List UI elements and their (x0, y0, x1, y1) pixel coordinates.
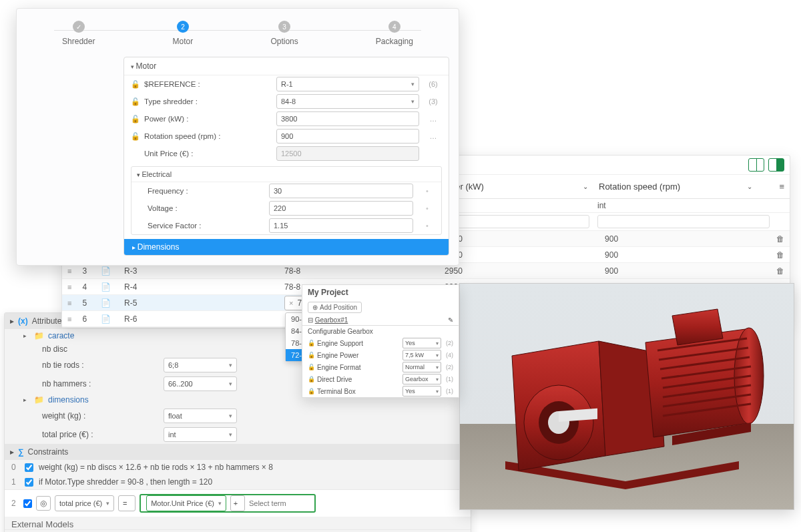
config-label: Engine Power (317, 352, 400, 359)
add-position-button[interactable]: ⊕Add Position (308, 302, 362, 313)
field-input[interactable] (269, 201, 413, 216)
builder-term-input[interactable] (249, 499, 309, 507)
layout-columns-button[interactable] (748, 158, 764, 172)
row-index: 6 (77, 314, 92, 324)
3d-viewport[interactable] (459, 283, 794, 510)
builder-left-term[interactable]: total price (€) (55, 495, 114, 511)
cell-type: 78-8 (279, 266, 439, 276)
constraint-builder: 2 ◎ total price (€) = Motor.Unit Price (… (5, 489, 471, 517)
drag-handle-icon[interactable]: ≡ (62, 299, 77, 307)
config-label: Engine Format (317, 364, 400, 371)
lock-icon[interactable]: 🔒 (308, 376, 314, 382)
chevron-down-icon[interactable]: ⌄ (583, 183, 588, 190)
delete-row-icon[interactable]: 🗑 (771, 234, 790, 244)
field-label: Service Factor : (148, 222, 264, 230)
cell-speed: 900 (599, 266, 771, 276)
drag-handle-icon[interactable]: ≡ (62, 283, 77, 291)
motor-group: Motor 🔓$REFERENCE :R-1(6)🔓Type shredder … (123, 57, 449, 256)
field-label: Frequency : (148, 187, 264, 195)
cell-ref: R-6 (119, 314, 279, 324)
layout-rows-button[interactable] (768, 158, 784, 172)
page-icon[interactable]: 📄 (101, 282, 111, 292)
builder-plus[interactable]: + (230, 495, 245, 511)
config-label: Engine Support (317, 340, 400, 347)
constraint-row: 0weight (kg) = nb discs × 12.6 + nb tie … (5, 460, 471, 475)
electrical-group: Electrical Frequency :•Voltage :•Service… (131, 166, 442, 235)
builder-right-term[interactable]: Motor.Unit Price (€) (146, 495, 226, 511)
constraint-checkbox[interactable] (25, 478, 33, 487)
filter-speed-input[interactable] (597, 215, 770, 228)
page-icon[interactable]: 📄 (101, 266, 111, 276)
drag-handle-icon[interactable]: ≡ (62, 315, 77, 323)
config-count: (1) (444, 376, 453, 382)
minus-icon[interactable]: ⊟ (308, 316, 313, 324)
wizard-step[interactable]: 2Motor (173, 21, 194, 46)
builder-eq[interactable]: = (118, 495, 136, 511)
hamburger-icon[interactable]: ≡ (779, 182, 784, 192)
group-header-motor[interactable]: Motor (124, 57, 449, 75)
lock-icon[interactable]: 🔓 (131, 97, 139, 106)
lock-icon[interactable]: 🔓 (131, 80, 139, 89)
attr-row: weight (kg) :float (5, 407, 471, 425)
column-header-speed: Rotation speed (rpm)⌄ (593, 179, 758, 194)
config-select[interactable]: Yes (403, 386, 441, 396)
field-label: Type shredder : (144, 97, 271, 105)
wizard-panel: Shredder2Motor3Options4Packaging Motor 🔓… (16, 8, 459, 266)
cell-ref: R-5 (119, 298, 279, 308)
lock-icon[interactable]: 🔓 (308, 340, 314, 346)
config-row: 🔓 Engine Support Yes (2) (302, 337, 459, 349)
drag-handle-icon[interactable]: ≡ (62, 267, 77, 275)
field-input[interactable] (276, 129, 419, 144)
field-input[interactable] (269, 184, 413, 198)
wizard-step[interactable]: 3Options (270, 21, 298, 46)
field-label: Unit Price (€) : (144, 150, 271, 158)
field-select[interactable]: 84-8 (276, 94, 419, 109)
config-select[interactable]: Normal (403, 362, 441, 372)
attr-value-select[interactable]: float (164, 409, 237, 423)
field-suffix: … (425, 115, 442, 123)
cell-ref: R-3 (119, 266, 279, 276)
lock-icon[interactable]: 🔓 (308, 352, 314, 358)
field-row: 🔓Power (kW) :… (124, 110, 449, 127)
wizard-step[interactable]: Shredder (62, 21, 95, 46)
page-icon[interactable]: 📄 (101, 314, 111, 324)
lock-icon[interactable]: 🔓 (131, 115, 139, 123)
group-header-electrical[interactable]: Electrical (131, 167, 441, 182)
constraint-2-checkbox[interactable] (23, 499, 32, 508)
row-index: 4 (77, 282, 92, 292)
constraint-checkbox[interactable] (25, 463, 33, 472)
constraints-header[interactable]: ▸∑Constraints (5, 444, 471, 460)
chevron-down-icon[interactable]: ⌄ (747, 183, 752, 190)
attr-value-select[interactable]: 66..200 (164, 376, 237, 391)
cell-speed: 900 (599, 250, 771, 260)
clear-icon[interactable]: × (289, 299, 293, 307)
lock-icon[interactable]: 🔓 (131, 132, 139, 141)
field-input[interactable] (276, 111, 419, 126)
target-icon[interactable]: ◎ (36, 496, 51, 511)
field-suffix: (6) (425, 80, 442, 88)
delete-row-icon[interactable]: 🗑 (771, 266, 790, 276)
group-header-dimensions[interactable]: Dimensions (124, 239, 449, 255)
config-select[interactable]: Gearbox (403, 374, 441, 384)
attr-value-select[interactable]: 6;8 (164, 358, 237, 372)
config-select[interactable]: Yes (403, 338, 441, 348)
config-count: (2) (444, 364, 453, 370)
edit-icon[interactable]: ✎ (448, 316, 453, 324)
filter-power-input[interactable] (437, 215, 589, 228)
lock-icon[interactable]: 🔓 (308, 364, 314, 370)
attr-row: total price (€) :int (5, 425, 471, 444)
field-select[interactable]: R-1 (276, 77, 419, 91)
field-input[interactable] (269, 218, 413, 233)
project-item[interactable]: Gearbox#1 (315, 316, 348, 324)
attr-value-select[interactable]: int (164, 427, 237, 442)
lock-icon[interactable]: 🔒 (308, 388, 314, 394)
wizard-step[interactable]: 4Packaging (376, 21, 413, 46)
config-select[interactable]: 7,5 kW (403, 350, 441, 360)
page-icon[interactable]: 📄 (101, 298, 111, 308)
config-count: (1) (444, 388, 453, 394)
config-count: (2) (444, 340, 453, 346)
config-row: 🔒 Direct Drive Gearbox (1) (302, 373, 459, 385)
field-suffix: … (425, 132, 442, 140)
delete-row-icon[interactable]: 🗑 (771, 250, 790, 260)
config-label: Terminal Box (317, 388, 400, 395)
